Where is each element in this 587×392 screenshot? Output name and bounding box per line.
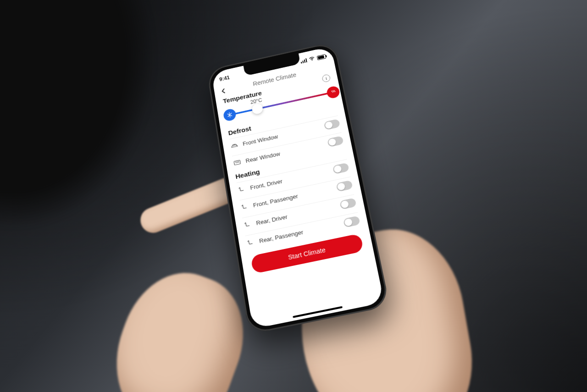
front-defrost-icon	[230, 141, 239, 150]
heating-front-passenger-label: Front, Passenger	[253, 193, 299, 209]
heating-front-passenger-toggle[interactable]	[336, 180, 353, 192]
phone: 9:41 Remote Climate Temperature i	[206, 41, 390, 334]
status-time: 9:41	[219, 74, 230, 82]
defrost-rear-label: Rear Window	[245, 150, 280, 164]
rear-defrost-icon	[233, 158, 242, 167]
defrost-front-label: Front Window	[242, 133, 278, 147]
back-button[interactable]	[219, 86, 228, 95]
heating-rear-driver-label: Rear, Driver	[255, 213, 288, 226]
screen: 9:41 Remote Climate Temperature i	[211, 46, 384, 329]
seat-icon	[246, 237, 255, 247]
defrost-rear-toggle[interactable]	[327, 135, 344, 147]
cellular-signal-icon	[300, 58, 307, 63]
photo-hand-left	[96, 257, 262, 392]
seat-icon	[243, 220, 252, 229]
seat-icon	[237, 185, 246, 194]
defrost-front-toggle[interactable]	[324, 118, 340, 130]
wifi-icon	[308, 55, 316, 62]
heating-rear-driver-toggle[interactable]	[339, 198, 357, 210]
heat-icon	[326, 85, 341, 99]
heating-rear-passenger-label: Rear, Passenger	[259, 228, 304, 244]
heating-front-driver-toggle[interactable]	[332, 162, 349, 174]
photo-shoulder	[0, 0, 156, 229]
heating-rear-passenger-toggle[interactable]	[343, 215, 360, 227]
heating-front-driver-label: Front, Driver	[249, 177, 283, 191]
snowflake-icon	[223, 108, 237, 121]
battery-icon	[317, 54, 327, 60]
seat-icon	[240, 202, 249, 212]
